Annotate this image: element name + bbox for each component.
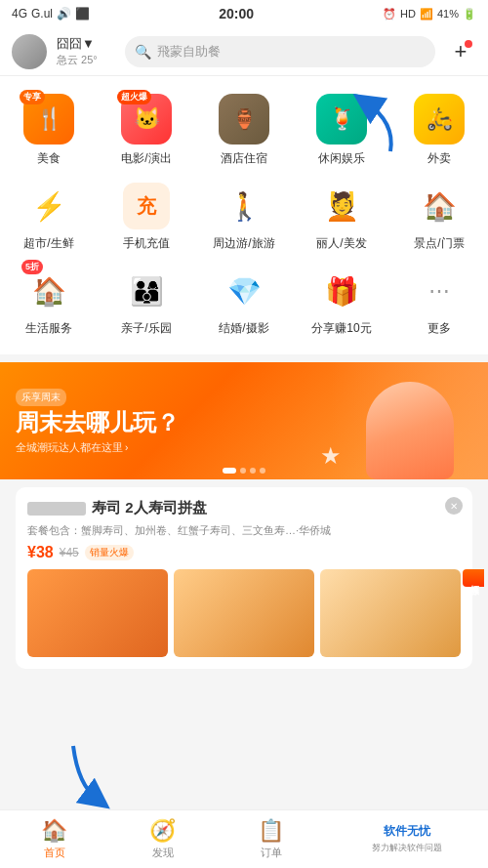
signal-4g: 4G (12, 7, 27, 21)
arrow-blue-bottom (54, 736, 132, 814)
hotel-icon: 🏺 (219, 94, 269, 145)
category-supermarket[interactable]: ⚡ 超市/生鲜 (0, 177, 98, 262)
living-icon: 🏠 5折 (25, 268, 72, 314)
banner-dots (223, 468, 265, 474)
recharge-icon: 充 (123, 183, 170, 229)
banner-tag: 乐享周末 (16, 389, 66, 406)
nav-home[interactable]: 🏠 首页 (0, 810, 108, 868)
category-beauty[interactable]: 💆 丽人/美发 (293, 177, 390, 262)
product-card-wrapper: 寿司 2人寿司拼盘 ✕ 套餐包含：蟹脚寿司、加州卷、红蟹子寿司、三文鱼寿…·华侨… (8, 487, 480, 669)
movie-label: 电影/演出 (121, 150, 171, 167)
product-close-button[interactable]: ✕ (445, 497, 463, 515)
hd-label: HD (400, 8, 416, 20)
user-name[interactable]: 囧囧▼ (57, 35, 115, 53)
nav-more[interactable]: 软件无忧 努力解决软件问题 (325, 810, 488, 868)
movie-badge: 超火爆 (117, 90, 151, 104)
bottom-nav: 🏠 首页 🧭 发现 📋 订单 软件无忧 努力解决软件问题 (0, 809, 488, 868)
nav-home-label: 首页 (44, 846, 65, 860)
person-figure (366, 382, 454, 479)
banner-title: 周末去哪儿玩？ (16, 410, 180, 435)
scenic-label: 景点/门票 (414, 235, 464, 252)
takeout-icon: 🛵 (414, 94, 465, 145)
banner-left: 乐享周末 周末去哪儿玩？ 全城潮玩达人都在这里 › (0, 375, 195, 466)
banner-subtitle: 全城潮玩达人都在这里 › (16, 440, 180, 455)
category-parent[interactable]: 👨‍👩‍👦 亲子/乐园 (98, 262, 195, 347)
home-icon: 🏠 (41, 818, 67, 844)
dot-3 (250, 468, 256, 474)
nav-more-label: 软件无忧 努力解决软件问题 (372, 824, 442, 854)
banner: 乐享周末 周末去哪儿玩？ 全城潮玩达人都在这里 › ★ (0, 362, 488, 479)
parent-label: 亲子/乐园 (121, 320, 171, 337)
nav-order[interactable]: 📋 订单 (217, 810, 325, 868)
recharge-label: 手机充值 (123, 235, 170, 252)
product-title: 寿司 2人寿司拼盘 (92, 499, 207, 517)
category-share[interactable]: 🎁 分享赚10元 (293, 262, 390, 347)
hotel-label: 酒店住宿 (221, 150, 267, 167)
nav-discover[interactable]: 🧭 发现 (108, 810, 217, 868)
takeout-label: 外卖 (427, 150, 451, 167)
supermarket-icon: ⚡ (25, 183, 72, 229)
living-label: 生活服务 (25, 320, 72, 337)
product-image-1 (27, 569, 168, 657)
travel-icon: 🚶 (221, 183, 267, 229)
dot-1 (223, 468, 236, 474)
food-badge: 专享 (20, 90, 45, 104)
beauty-icon: 💆 (318, 183, 365, 229)
category-leisure[interactable]: 🍹 休闲娱乐 (293, 88, 390, 177)
product-images (27, 569, 461, 657)
add-button[interactable]: + (445, 36, 476, 67)
header: 囧囧▼ 急云 25° 🔍 飛蒙自助餐 + (0, 27, 488, 76)
user-avatar[interactable] (12, 34, 47, 69)
nav-order-label: 订单 (261, 846, 282, 860)
product-price-row: ¥38 ¥45 销量火爆 (27, 544, 461, 561)
signal-gul: G.ul (31, 7, 53, 21)
product-image-2 (174, 569, 314, 657)
living-badge: 5折 (21, 260, 43, 274)
beauty-label: 丽人/美发 (316, 235, 366, 252)
search-icon: 🔍 (135, 44, 151, 60)
volume-icon: 🔊 (57, 7, 71, 21)
parent-icon: 👨‍👩‍👦 (123, 268, 170, 314)
movie-icon: 🐱 超火爆 (121, 94, 172, 145)
wedding-icon: 💎 (221, 268, 267, 314)
category-travel[interactable]: 🚶 周边游/旅游 (195, 177, 293, 262)
alarm-icon: ⏰ (383, 8, 396, 21)
category-row-1: 🍴 专享 美食 🐱 超火爆 电影/演出 🏺 酒店住宿 🍹 休闲娱乐 (0, 88, 488, 177)
nav-discover-label: 发现 (152, 846, 174, 860)
share-label: 分享赚10元 (311, 320, 371, 337)
banner-section[interactable]: 乐享周末 周末去哪儿玩？ 全城潮玩达人都在这里 › ★ (0, 362, 488, 479)
sales-badge: 销量火爆 (85, 545, 134, 560)
product-price-original: ¥45 (60, 546, 79, 559)
status-time: 20:00 (219, 6, 254, 21)
category-more[interactable]: ⋯ 更多 (390, 262, 488, 347)
category-scenic[interactable]: 🏠 景点/门票 (390, 177, 488, 262)
more-icon: ⋯ (416, 268, 463, 314)
food-label: 美食 (37, 150, 61, 167)
plus-icon: + (455, 39, 468, 64)
wedding-label: 结婚/摄影 (219, 320, 268, 337)
coupon-ribbon[interactable]: 领券 (463, 569, 484, 587)
category-hotel[interactable]: 🏺 酒店住宿 (195, 88, 293, 177)
product-price-main: ¥38 (27, 544, 54, 561)
category-movie[interactable]: 🐱 超火爆 电影/演出 (98, 88, 195, 177)
product-image-3 (320, 569, 461, 657)
category-recharge[interactable]: 充 手机充值 (98, 177, 195, 262)
category-food[interactable]: 🍴 专享 美食 (0, 88, 98, 177)
wifi-icon: 📶 (420, 8, 433, 21)
more-label: 更多 (427, 320, 451, 337)
category-takeout[interactable]: 🛵 外卖 (390, 88, 488, 177)
supermarket-label: 超市/生鲜 (23, 235, 73, 252)
category-wedding[interactable]: 💎 结婚/摄影 (195, 262, 293, 347)
battery-icon: 🔋 (463, 8, 476, 21)
compass-icon: 🧭 (149, 818, 176, 844)
category-living[interactable]: 🏠 5折 生活服务 (0, 262, 98, 347)
product-title-blur (27, 502, 86, 516)
user-location: 急云 25° (57, 53, 115, 67)
status-left: 4G G.ul 🔊 ⬛ (12, 7, 90, 21)
search-bar[interactable]: 🔍 飛蒙自助餐 (125, 36, 435, 67)
dot-2 (240, 468, 246, 474)
banner-star: ★ (320, 442, 342, 470)
battery-label: 41% (437, 8, 459, 20)
product-card: 寿司 2人寿司拼盘 ✕ 套餐包含：蟹脚寿司、加州卷、红蟹子寿司、三文鱼寿…·华侨… (16, 487, 472, 669)
screenshot-icon: ⬛ (75, 7, 90, 21)
